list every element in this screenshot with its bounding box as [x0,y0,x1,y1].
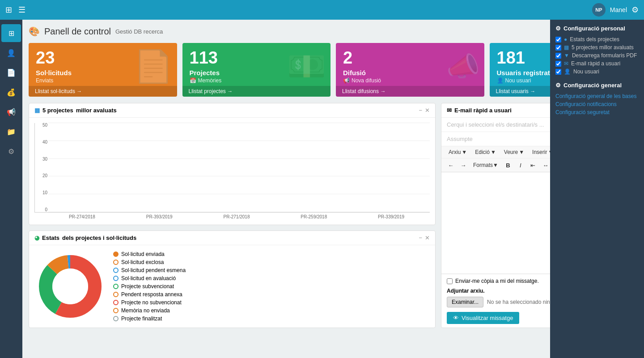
sidebar: ⊞ 👤 📄 💰 📢 📁 ⚙ [0,20,22,358]
y-axis: 50 40 30 20 10 0 [35,123,47,212]
general-config-title: ⚙ Configuració general [555,82,639,89]
page-header: 🎨 Panell de control Gestió DB recerca [29,26,638,37]
rp-icon-pdf: ▼ [564,52,569,59]
bold-button[interactable]: B [502,160,514,170]
minimize-icon[interactable]: − [419,234,422,241]
legend-dot-4 [113,284,119,289]
rp-checkbox-nou-usuari[interactable] [555,69,561,75]
top-navigation: ⊞ ☰ NP Manel ⚙ [0,0,644,20]
eye-icon: 👁 [453,315,459,321]
visualize-button[interactable]: 👁 Visualitzar missatge [447,312,519,324]
personal-config-title: ⚙ Configuració personal [555,25,639,32]
bar-chart-controls[interactable]: − ✕ [419,107,430,114]
legend-dot-0 [113,251,119,257]
legend-item-8: Projecte finalitzat [113,315,186,322]
donut-chart-controls[interactable]: − ✕ [419,234,430,241]
rp-item-email[interactable]: ✉ E-mail ràpid a usuari [555,60,639,68]
legend-dot-3 [113,276,119,281]
email-icon: ✉ [447,107,452,114]
gear-icon[interactable]: ⚙ [631,5,639,15]
redo-button[interactable]: → [458,160,469,170]
stat-card-difusio: 2 Difusió 📢 Nova difusió 📣 Llistat difus… [336,43,484,97]
rp-item-estats[interactable]: ● Estats dels projectes [555,35,639,43]
minimize-icon[interactable]: − [419,107,422,114]
rp-checkbox-pdf[interactable] [555,53,561,59]
rp-item-nou-usuari[interactable]: 👤 Nou usuari [555,68,639,76]
donut-chart-icon: ◕ [34,234,39,241]
sidebar-item-announcements[interactable]: 📢 [1,103,21,121]
rp-icon-projectes: ▩ [564,44,569,51]
legend-item-1: Sol·licitud exclosa [113,259,186,265]
undo-button[interactable]: ← [445,160,457,170]
donut-legend: Sol·licitud enviada Sol·licitud exclosa … [113,251,186,322]
bar-chart-panel: ▩ 5 projectes millor avaluats − ✕ [29,103,436,225]
sidebar-item-finance[interactable]: 💰 [1,83,21,101]
legend-item-4: Projecte subvencionat [113,283,186,290]
sidebar-item-settings[interactable]: ⚙ [1,142,21,160]
rp-checkbox-email[interactable] [555,61,561,67]
x-label-0: PR-274/2018 [48,214,116,219]
copy-checkbox[interactable] [447,278,453,284]
menu-arxiu[interactable]: Arxiu ▼ [445,148,470,156]
menu-veure[interactable]: Veure ▼ [500,148,528,156]
align-left-button[interactable]: ⇤ [527,160,539,170]
italic-button[interactable]: I [515,160,526,170]
gear-icon: ⚙ [555,25,561,32]
legend-dot-5 [113,292,119,297]
stat-card-solicituds: 23 Sol·licituds Enviats 📄 Llistat sol·li… [29,43,177,97]
menu-edicio[interactable]: Edició ▼ [471,148,500,156]
stat-footer-solicituds[interactable]: Llistat sol·licituds → [29,86,177,97]
sidebar-item-users[interactable]: 👤 [1,44,21,62]
bar-chart-title: ▩ 5 projectes millor avaluats [34,107,117,114]
formats-dropdown[interactable]: Formats ▼ [470,160,501,170]
bar-chart-body: 50 40 30 20 10 0 [29,118,435,225]
general-config-section: ⚙ Configuració general Configuració gene… [555,82,639,116]
bar-chart-icon: ▩ [34,107,40,114]
close-icon[interactable]: ✕ [425,234,430,241]
stat-card-projectes: 113 Projectes 📅 Memòries 💵 Llistat proje… [182,43,331,97]
rp-item-pdf[interactable]: ▼ Descarrega formularis PDF [555,51,639,60]
browse-button[interactable]: Examinar... [447,297,483,307]
legend-item-5: Pendent resposta annexa [113,291,186,298]
x-label-3: PR-259/2018 [280,214,348,219]
sidebar-item-documents[interactable]: 📄 [1,64,21,81]
right-panel: ⚙ Configuració personal ● Estats dels pr… [550,20,644,358]
page-subtitle: Gestió DB recerca [115,28,163,35]
rp-link-notificacions[interactable]: Configuració notificacions [555,100,639,108]
legend-dot-8 [113,316,119,321]
two-column-layout: ▩ 5 projectes millor avaluats − ✕ [29,103,638,328]
close-icon[interactable]: ✕ [425,107,430,114]
grid-icon[interactable]: ⊞ [5,5,12,15]
rp-link-bases[interactable]: Configuració general de les bases [555,92,639,100]
avatar: NP [592,3,606,17]
stat-bg-icon-difusio: 📣 [446,51,480,82]
stat-bg-icon-projectes: 💵 [287,48,326,85]
svg-point-4 [52,268,88,304]
x-labels: PR-274/2018 PR-393/2019 PR-271/2018 PR-2… [34,213,430,219]
donut-svg [34,251,106,322]
grid-lines [48,123,430,212]
rp-icon-estats: ● [564,36,567,43]
align-center-button[interactable]: ↔ [540,160,551,170]
rp-checkbox-projectes[interactable] [555,45,561,51]
donut-chart-panel: ◕ Estats dels projectes i sol·licituds −… [29,230,436,328]
sidebar-item-dashboard[interactable]: ⊞ [1,24,21,42]
legend-dot-6 [113,300,119,305]
legend-dot-2 [113,268,119,273]
legend-item-3: Sol·licitud en avaluació [113,275,186,281]
personal-config-section: ⚙ Configuració personal ● Estats dels pr… [555,25,639,76]
rp-checkbox-estats[interactable] [555,37,561,43]
stat-footer-difusio[interactable]: Llistat difusions → [336,86,484,97]
donut-chart-header: ◕ Estats dels projectes i sol·licituds −… [29,231,435,245]
rp-icon-email: ✉ [564,60,568,67]
legend-dot-1 [113,260,119,265]
legend-dot-7 [113,308,119,313]
menu-icon[interactable]: ☰ [18,5,25,15]
stat-bg-icon-solicituds: 📄 [134,48,173,85]
rp-item-projectes[interactable]: ▩ 5 projectes millor avaluats [555,43,639,51]
legend-item-6: Projecte no subvencionat [113,299,186,306]
legend-item-2: Sol·licitud pendent esmena [113,267,186,273]
sidebar-item-folders[interactable]: 📁 [1,123,21,141]
stat-footer-projectes[interactable]: Llistat projectes → [182,86,331,97]
rp-link-seguretat[interactable]: Configuració seguretat [555,108,639,116]
